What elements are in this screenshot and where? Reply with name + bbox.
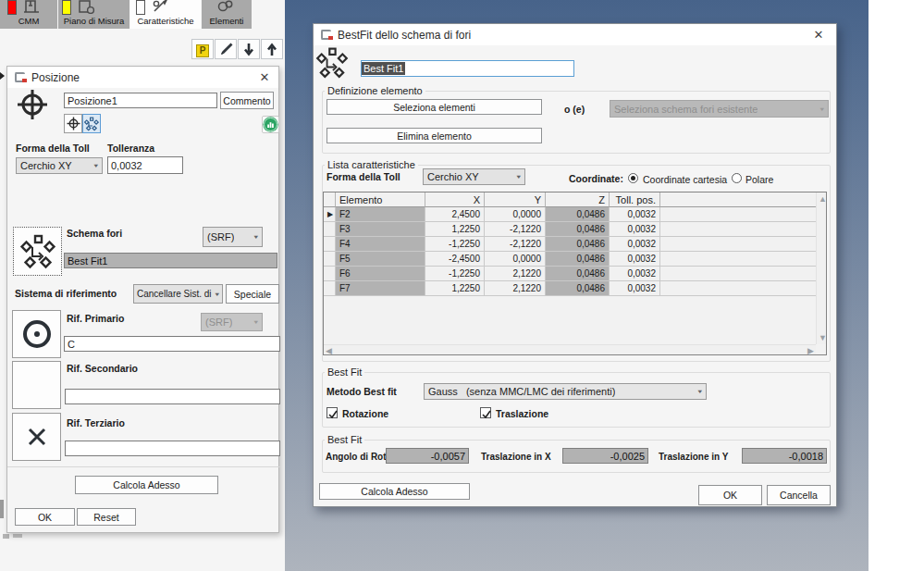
radio-cartesiane[interactable]	[628, 173, 638, 183]
cell-y[interactable]: 0,0000	[485, 207, 546, 222]
table-header-col0[interactable]	[324, 192, 336, 207]
rif-secondario-input[interactable]	[65, 389, 280, 404]
forma-toll-select[interactable]: Cerchio XY▾	[16, 157, 103, 174]
tab-elementi[interactable]: Elementi	[202, 0, 252, 29]
cancellare-select[interactable]: Cancellare Sist. di▾	[133, 284, 223, 304]
tolleranza-input[interactable]: 0,0032	[107, 156, 183, 174]
bf-forma-toll-select[interactable]: Cerchio XY▾	[423, 168, 525, 185]
bestfit-cancella-button[interactable]: Cancella	[767, 485, 831, 505]
cell-x[interactable]: -2,4500	[425, 252, 485, 267]
tab-cmm[interactable]: CMM	[0, 0, 57, 29]
scroll-up-icon[interactable]: ▲	[819, 194, 827, 204]
cell-toll-pos[interactable]: 0,0032	[610, 267, 660, 281]
schema-fori-icon-box[interactable]	[13, 227, 62, 276]
elimina-elemento-button[interactable]: Elimina elemento	[326, 128, 542, 143]
table-header-Toll. pos.[interactable]: Toll. pos.	[610, 192, 660, 207]
row-selector[interactable]	[324, 281, 336, 296]
cell-toll-pos[interactable]: 0,0032	[610, 222, 660, 237]
table-row[interactable]: F31,2250-2,12200,04860,0032	[324, 222, 816, 237]
cell-toll-pos[interactable]: 0,0032	[610, 207, 660, 222]
posizione-calcola-button[interactable]: Calcola Adesso	[75, 476, 218, 494]
cell-y[interactable]: 2,1220	[485, 267, 546, 281]
posizione-close-icon[interactable]: ✕	[258, 71, 271, 84]
cell-x[interactable]: -1,2250	[425, 267, 485, 281]
bestfit-titlebar[interactable]: BestFit dello schema di fori ✕	[314, 24, 836, 45]
cell-toll-pos[interactable]: 0,0032	[610, 237, 660, 252]
table-header-col6[interactable]	[660, 192, 818, 207]
bestfit-name-input[interactable]: Best Fit1	[361, 60, 574, 77]
tab-piano-di-misura[interactable]: Piano di Misura	[58, 0, 129, 29]
cell-z[interactable]: 0,0486	[546, 252, 610, 267]
scroll-right-icon[interactable]: ▶	[807, 346, 814, 355]
table-vscrollbar[interactable]: ▲ ▼	[816, 192, 826, 344]
table-row[interactable]: F5-2,45000,00000,04860,0032	[324, 252, 816, 267]
cell-elemento[interactable]: F7	[336, 281, 425, 296]
table-header-Z[interactable]: Z	[546, 192, 610, 207]
table-header-X[interactable]: X	[425, 192, 485, 207]
bestfit-close-icon[interactable]: ✕	[812, 29, 825, 42]
o-e-label: o (e)	[564, 104, 585, 115]
row-selector[interactable]	[324, 237, 336, 252]
seleziona-elementi-button[interactable]: Seleziona elementi	[326, 99, 542, 115]
rif-primario-input[interactable]: C	[64, 336, 280, 352]
radio-cartesiane-label: Coordinate cartesia	[643, 174, 727, 185]
bestfit-calcola-button[interactable]: Calcola Adesso	[319, 483, 470, 500]
edit-pen-button[interactable]	[215, 39, 237, 59]
move-up-button[interactable]	[261, 39, 283, 59]
cell-x[interactable]: 2,4500	[425, 207, 485, 222]
srf-select[interactable]: (SRF)▾	[203, 227, 263, 247]
cell-x[interactable]: 1,2250	[425, 222, 485, 237]
toggle-pattern-button[interactable]	[82, 114, 101, 133]
row-selector[interactable]	[324, 222, 336, 237]
p-toggle-button[interactable]: P	[191, 39, 214, 59]
cell-toll-pos[interactable]: 0,0032	[610, 252, 660, 267]
cell-x[interactable]: -1,2250	[425, 237, 485, 252]
table-row[interactable]: ▶F22,45000,00000,04860,0032	[324, 207, 816, 222]
cell-z[interactable]: 0,0486	[546, 281, 610, 296]
schema-name-field[interactable]: Best Fit1	[64, 253, 277, 268]
posizione-ok-button[interactable]: OK	[15, 508, 75, 526]
apply-button[interactable]	[262, 116, 279, 133]
cell-y[interactable]: 2,1220	[485, 281, 546, 296]
posizione-titlebar[interactable]: Posizione ✕	[7, 67, 278, 88]
speciale-button[interactable]: Speciale	[226, 284, 279, 304]
cell-toll-pos[interactable]: 0,0032	[610, 281, 660, 296]
traslazione-checkbox[interactable]	[480, 407, 491, 418]
rotazione-checkbox[interactable]	[326, 407, 338, 418]
posizione-name-input[interactable]: Posizione1	[64, 93, 217, 108]
row-selector[interactable]	[324, 267, 336, 281]
cell-elemento[interactable]: F6	[336, 267, 425, 281]
cell-z[interactable]: 0,0486	[546, 267, 610, 281]
row-selector[interactable]	[324, 252, 336, 267]
cell-elemento[interactable]: F4	[336, 237, 425, 252]
rif-terziario-input[interactable]	[65, 441, 280, 456]
scroll-down-icon[interactable]: ▼	[819, 333, 827, 342]
commento-button[interactable]: Commento	[220, 92, 274, 109]
cell-elemento[interactable]: F3	[336, 222, 425, 237]
posizione-reset-button[interactable]: Reset	[77, 508, 136, 526]
tab-caratteristiche[interactable]: Caratteristiche	[130, 0, 201, 29]
cell-x[interactable]: 1,2250	[425, 281, 485, 296]
table-row[interactable]: F6-1,22502,12200,04860,0032	[324, 267, 816, 281]
metodo-select[interactable]: Gauss (senza MMC/LMC dei riferimenti)▾	[424, 383, 707, 400]
cell-y[interactable]: -2,1220	[485, 237, 546, 252]
cell-z[interactable]: 0,0486	[546, 237, 610, 252]
table-row[interactable]: F4-1,2250-2,12200,04860,0032	[324, 237, 816, 252]
cell-y[interactable]: 0,0000	[485, 252, 546, 267]
table-hscrollbar[interactable]: ◀ ▶	[324, 344, 816, 354]
bestfit-ok-button[interactable]: OK	[698, 485, 762, 505]
cell-z[interactable]: 0,0486	[546, 207, 610, 222]
table-row[interactable]: F71,22502,12200,04860,0032	[324, 281, 816, 296]
cell-elemento[interactable]: F2	[336, 207, 425, 222]
scroll-left-icon[interactable]: ◀	[326, 346, 332, 355]
toggle-position-button[interactable]	[64, 114, 82, 133]
table-header-Y[interactable]: Y	[485, 192, 546, 207]
cell-z[interactable]: 0,0486	[546, 222, 610, 237]
table-header-Elemento[interactable]: Elemento	[336, 192, 425, 207]
move-down-button[interactable]	[238, 39, 260, 59]
panel-collapse-arrow[interactable]	[0, 72, 5, 80]
radio-polare[interactable]	[732, 173, 742, 183]
current-row-arrow-icon[interactable]: ▶	[324, 207, 336, 222]
cell-elemento[interactable]: F5	[336, 252, 425, 267]
cell-y[interactable]: -2,1220	[485, 222, 546, 237]
